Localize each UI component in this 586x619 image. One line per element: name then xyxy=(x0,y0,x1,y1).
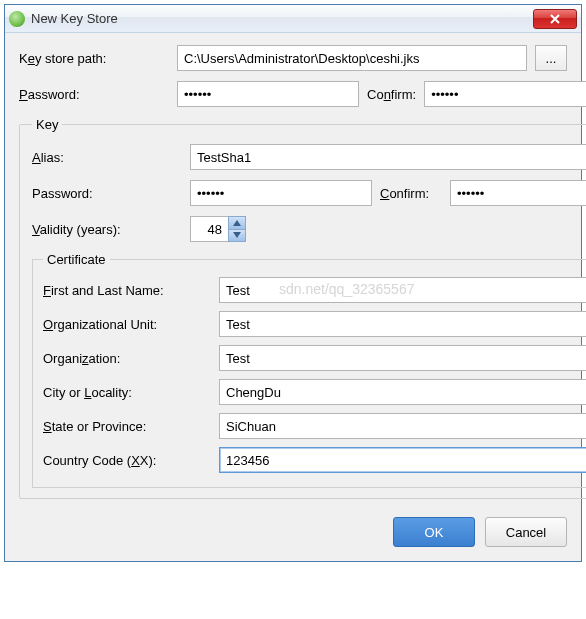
spinner-buttons xyxy=(228,216,246,242)
city-label: City or Locality: xyxy=(43,385,213,400)
org-unit-input[interactable] xyxy=(219,311,586,337)
country-label: Country Code (XX): xyxy=(43,453,213,468)
ok-button[interactable]: OK xyxy=(393,517,475,547)
window-title: New Key Store xyxy=(31,11,533,26)
city-row: City or Locality: xyxy=(43,379,586,405)
key-password-input[interactable] xyxy=(190,180,372,206)
org-unit-row: Organizational Unit: xyxy=(43,311,586,337)
state-input[interactable] xyxy=(219,413,586,439)
chevron-down-icon xyxy=(233,232,241,238)
titlebar[interactable]: New Key Store xyxy=(5,5,581,33)
alias-label: Alias: xyxy=(32,150,182,165)
key-password-row: Password: Confirm: xyxy=(32,180,586,206)
first-last-row: First and Last Name: sdn.net/qq_32365567 xyxy=(43,277,586,303)
keystore-password-input[interactable] xyxy=(177,81,359,107)
spinner-up[interactable] xyxy=(229,217,245,230)
country-input[interactable] xyxy=(219,447,586,473)
validity-input[interactable] xyxy=(190,216,228,242)
keystore-confirm-label: Confirm: xyxy=(367,87,416,102)
first-last-label: First and Last Name: xyxy=(43,283,213,298)
button-bar: OK Cancel xyxy=(19,517,567,547)
validity-row: Validity (years): xyxy=(32,216,586,242)
chevron-up-icon xyxy=(233,220,241,226)
close-icon xyxy=(550,14,560,24)
dialog-window: New Key Store Key store path: ... Passwo… xyxy=(4,4,582,562)
certificate-legend: Certificate xyxy=(43,252,110,267)
spinner-down[interactable] xyxy=(229,230,245,242)
dialog-content: Key store path: ... Password: Confirm: K… xyxy=(5,33,581,561)
validity-label: Validity (years): xyxy=(32,222,182,237)
browse-button[interactable]: ... xyxy=(535,45,567,71)
certificate-group: Certificate First and Last Name: sdn.net… xyxy=(32,252,586,488)
city-input[interactable] xyxy=(219,379,586,405)
alias-row: Alias: xyxy=(32,144,586,170)
first-last-input[interactable] xyxy=(219,277,586,303)
key-password-label: Password: xyxy=(32,186,182,201)
keystore-path-input[interactable] xyxy=(177,45,527,71)
state-row: State or Province: xyxy=(43,413,586,439)
org-label: Organization: xyxy=(43,351,213,366)
validity-spinner[interactable] xyxy=(190,216,246,242)
keystore-confirm-input[interactable] xyxy=(424,81,586,107)
keystore-password-row: Password: Confirm: xyxy=(19,81,567,107)
keystore-password-label: Password: xyxy=(19,87,169,102)
key-legend: Key xyxy=(32,117,62,132)
key-group: Key Alias: Password: Confirm: Validity (… xyxy=(19,117,586,499)
close-button[interactable] xyxy=(533,9,577,29)
keystore-path-label: Key store path: xyxy=(19,51,169,66)
key-confirm-input[interactable] xyxy=(450,180,586,206)
org-unit-label: Organizational Unit: xyxy=(43,317,213,332)
alias-input[interactable] xyxy=(190,144,586,170)
country-row: Country Code (XX): xyxy=(43,447,586,473)
state-label: State or Province: xyxy=(43,419,213,434)
org-input[interactable] xyxy=(219,345,586,371)
org-row: Organization: xyxy=(43,345,586,371)
ellipsis-icon: ... xyxy=(546,51,557,66)
key-confirm-label: Confirm: xyxy=(380,186,442,201)
keystore-path-row: Key store path: ... xyxy=(19,45,567,71)
app-icon xyxy=(9,11,25,27)
cancel-button[interactable]: Cancel xyxy=(485,517,567,547)
